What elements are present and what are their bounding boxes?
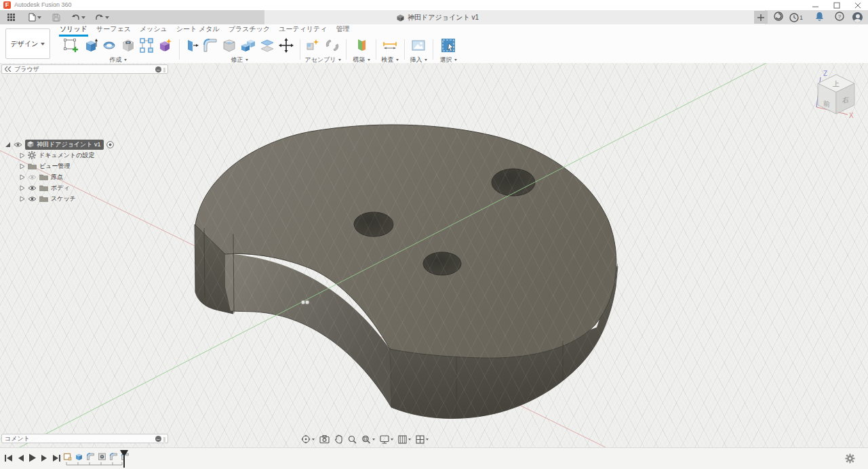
sync-status-button[interactable]	[770, 12, 787, 24]
viewport-canvas[interactable]: ブラウザ – || 神田ドアジョイント v1	[0, 63, 868, 447]
tab-surface[interactable]: サーフェス	[96, 24, 132, 36]
go-to-end-button[interactable]	[52, 454, 61, 462]
notifications-button[interactable]	[806, 12, 829, 24]
folder-icon	[39, 195, 48, 202]
expand-open-icon[interactable]	[4, 141, 11, 148]
extrude-icon[interactable]	[82, 37, 98, 54]
z-axis-label: Z	[823, 70, 827, 77]
look-at-button[interactable]	[319, 435, 330, 443]
select-icon[interactable]	[439, 37, 457, 54]
timeline-feature-fillet[interactable]	[109, 452, 118, 461]
item-label: ドキュメントの設定	[39, 151, 94, 160]
press-pull-icon[interactable]	[184, 37, 199, 54]
tab-mesh[interactable]: メッシュ	[139, 24, 168, 36]
close-button[interactable]	[848, 0, 868, 10]
expand-closed-icon[interactable]	[19, 163, 25, 169]
expand-closed-icon[interactable]	[19, 196, 25, 202]
expand-closed-icon[interactable]	[19, 185, 25, 191]
app-grid-icon	[7, 13, 16, 22]
minimize-button[interactable]	[806, 0, 826, 10]
browser-item-named-views[interactable]: ビュー管理	[4, 161, 114, 171]
tab-plastic[interactable]: プラスチック	[228, 24, 271, 36]
display-settings-button[interactable]	[380, 435, 393, 444]
new-component-icon[interactable]	[305, 37, 321, 54]
pan-button[interactable]	[334, 434, 343, 444]
expand-closed-icon[interactable]	[19, 174, 25, 180]
play-button[interactable]	[28, 453, 37, 462]
file-menu-button[interactable]	[26, 12, 43, 23]
group-inspect: 検査	[377, 36, 403, 62]
zoom-button[interactable]	[348, 435, 357, 444]
shell-icon[interactable]	[221, 37, 237, 54]
viewports-button[interactable]	[416, 435, 429, 444]
undo-button[interactable]	[70, 12, 87, 22]
browser-item-origin[interactable]: 原点	[4, 171, 114, 182]
browser-root-row[interactable]: 神田ドアジョイント v1	[4, 139, 114, 150]
timeline-settings-gear-icon[interactable]	[845, 453, 855, 464]
save-button[interactable]	[51, 12, 62, 23]
timeline-feature-hole[interactable]	[98, 452, 106, 461]
joint-icon[interactable]	[324, 37, 340, 54]
document-cube-icon	[397, 14, 404, 22]
comment-display-icon[interactable]: –	[155, 436, 161, 442]
browser-item-bodies[interactable]: ボディ	[4, 182, 114, 193]
view-cube[interactable]: Z X 上 前 右	[807, 66, 868, 127]
activate-component-radio[interactable]	[106, 141, 114, 148]
construction-plane-icon[interactable]	[353, 37, 370, 54]
expand-closed-icon[interactable]	[19, 152, 25, 159]
hole-icon[interactable]	[120, 37, 136, 54]
model-top-face	[195, 125, 616, 358]
comment-panel-header[interactable]: コメント – ||	[1, 434, 168, 443]
pattern-icon[interactable]	[139, 37, 154, 54]
orbit-button[interactable]	[301, 434, 315, 444]
tab-solid[interactable]: ソリッド	[59, 24, 88, 36]
viewcube-top-label: 上	[832, 80, 840, 87]
redo-button[interactable]	[94, 12, 111, 22]
grid-settings-button[interactable]	[398, 435, 411, 444]
new-tab-button[interactable]	[754, 11, 768, 24]
maximize-button[interactable]	[827, 0, 847, 10]
redo-caret	[105, 16, 109, 19]
tab-sheet-metal[interactable]: シート メタル	[176, 24, 220, 36]
measure-icon[interactable]	[382, 39, 398, 52]
browser-panel-header[interactable]: ブラウザ – ||	[1, 64, 168, 74]
visibility-eye-icon[interactable]	[28, 196, 37, 202]
step-forward-button[interactable]	[41, 454, 48, 462]
user-avatar-button[interactable]	[850, 12, 868, 22]
visibility-eye-icon[interactable]	[28, 185, 37, 191]
x-axis-label: X	[849, 112, 854, 119]
browser-root-chip[interactable]: 神田ドアジョイント v1	[25, 140, 104, 150]
browser-item-sketches[interactable]: スケッチ	[4, 193, 114, 204]
timeline-feature-fillet[interactable]	[86, 452, 95, 461]
offset-face-icon[interactable]	[259, 37, 275, 54]
create-form-icon[interactable]	[157, 37, 173, 54]
help-button[interactable]: ?	[829, 12, 850, 24]
visibility-eye-icon[interactable]	[14, 142, 22, 148]
comment-grip[interactable]: ||	[163, 436, 165, 442]
job-status-button[interactable]: 1	[787, 13, 806, 22]
revolve-icon[interactable]	[101, 37, 117, 54]
browser-item-document-settings[interactable]: ドキュメントの設定	[4, 150, 114, 161]
collapse-panel-icon[interactable]	[5, 66, 12, 72]
create-sketch-icon[interactable]	[63, 37, 79, 54]
panel-display-icon[interactable]: –	[155, 66, 161, 73]
tab-utilities[interactable]: ユーティリティ	[278, 24, 328, 36]
panel-grip[interactable]: ||	[163, 66, 165, 73]
model-body[interactable]	[195, 125, 618, 418]
insert-image-icon[interactable]	[410, 38, 427, 53]
timeline-feature-sketch[interactable]	[63, 452, 72, 461]
tab-manage[interactable]: 管理	[336, 24, 351, 36]
combine-icon[interactable]	[240, 37, 256, 54]
fit-button[interactable]	[361, 435, 375, 444]
workspace-selector[interactable]: デザイン	[5, 28, 50, 59]
go-to-start-button[interactable]	[4, 454, 13, 462]
app-grid-button[interactable]	[5, 12, 17, 23]
timeline-feature-extrude[interactable]	[75, 452, 83, 461]
undo-icon	[71, 14, 80, 21]
move-icon[interactable]	[278, 37, 294, 54]
fillet-icon[interactable]	[202, 37, 218, 54]
document-tab[interactable]	[264, 10, 766, 24]
step-back-button[interactable]	[17, 454, 24, 462]
visibility-eye-icon[interactable]	[28, 174, 37, 180]
timeline-position-marker[interactable]	[119, 450, 129, 468]
